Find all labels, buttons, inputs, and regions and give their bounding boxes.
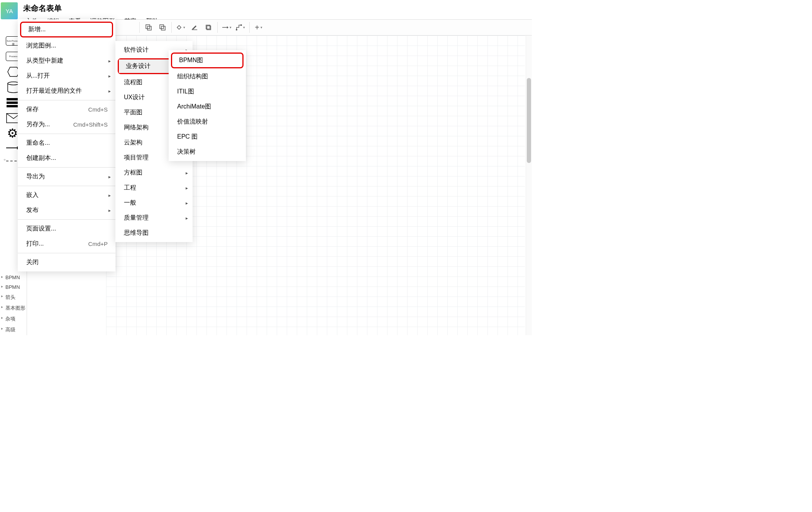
menu-create-copy[interactable]: 创建副本...: [18, 151, 115, 166]
submenu-block[interactable]: 方框图: [115, 165, 193, 180]
submenu-org-chart[interactable]: 组织结构图: [169, 69, 246, 84]
svg-rect-4: [192, 29, 197, 30]
menu-save-as[interactable]: 另存为...Cmd+Shift+S: [18, 117, 115, 132]
menu-browse-legends[interactable]: 浏览图例...: [18, 38, 115, 53]
svg-rect-0: [146, 25, 150, 29]
submenu-general[interactable]: 一般: [115, 195, 193, 210]
svg-rect-2: [161, 26, 165, 30]
svg-point-11: [8, 82, 19, 85]
highlight-new: 新增...: [20, 22, 113, 37]
toolbar: +: [106, 19, 532, 36]
submenu-archimate[interactable]: ArchiMate图: [169, 99, 246, 114]
svg-rect-3: [160, 25, 164, 29]
menu-rename[interactable]: 重命名...: [18, 136, 115, 151]
menu-export-as[interactable]: 导出为: [18, 169, 115, 184]
category-basic[interactable]: 基本图形: [0, 303, 27, 314]
menu-separator: [18, 186, 115, 186]
menu-new[interactable]: 新增...: [21, 23, 112, 36]
menu-print[interactable]: 打印...Cmd+P: [18, 236, 115, 251]
svg-point-8: [236, 29, 237, 31]
submenu-mindmap[interactable]: 思维导图: [115, 225, 193, 241]
toolbar-line-color[interactable]: [188, 21, 201, 34]
svg-marker-10: [8, 67, 19, 76]
file-menu: 新增... 浏览图例... 从类型中新建 从...打开 打开最近使用的文件 保存…: [18, 19, 115, 271]
submenu-itil[interactable]: ITIL图: [169, 84, 246, 99]
document-title[interactable]: 未命名表单: [21, 2, 163, 15]
toolbar-separator: [249, 22, 250, 33]
scrollbar-thumb[interactable]: [527, 78, 531, 163]
menu-separator: [18, 100, 115, 100]
sidebar-categories: BPMN BPMN 箭头 基本图形 杂项 高级: [0, 273, 27, 335]
toolbar-separator: [171, 22, 172, 33]
menu-publish[interactable]: 发布: [18, 203, 115, 218]
menu-separator: [18, 253, 115, 253]
toolbar-fill-color[interactable]: [174, 21, 187, 34]
menu-separator: [18, 219, 115, 220]
category-bpmn[interactable]: BPMN: [0, 273, 27, 282]
submenu-epc[interactable]: EPC 图: [169, 129, 246, 144]
menu-separator: [18, 134, 115, 134]
menu-separator: [18, 167, 115, 168]
submenu-value-stream[interactable]: 价值流映射: [169, 114, 246, 129]
submenu-decision-tree[interactable]: 决策树: [169, 144, 246, 159]
svg-point-9: [240, 24, 242, 26]
toolbar-to-back[interactable]: [156, 21, 169, 34]
toolbar-insert[interactable]: +: [252, 21, 265, 34]
toolbar-separator: [217, 22, 218, 33]
svg-rect-1: [147, 26, 151, 30]
submenu-quality[interactable]: 质量管理: [115, 210, 193, 225]
business-submenu: BPMN图 组织结构图 ITIL图 ArchiMate图 价值流映射 EPC 图…: [169, 50, 246, 161]
toolbar-connection[interactable]: [220, 21, 233, 34]
menu-new-from-type[interactable]: 从类型中新建: [18, 53, 115, 68]
toolbar-waypoints[interactable]: [234, 21, 247, 34]
menu-close[interactable]: 关闭: [18, 255, 115, 270]
menu-embed[interactable]: 嵌入: [18, 188, 115, 203]
highlight-bpmn: BPMN图: [171, 53, 244, 68]
toolbar-to-front[interactable]: [142, 21, 155, 34]
avatar[interactable]: YA: [1, 2, 18, 19]
category-misc[interactable]: 杂项: [0, 314, 27, 324]
toolbar-separator: [139, 22, 140, 33]
menu-open-from[interactable]: 从...打开: [18, 68, 115, 83]
vertical-scrollbar[interactable]: [526, 36, 532, 335]
menu-open-recent[interactable]: 打开最近使用的文件: [18, 83, 115, 98]
category-arrows[interactable]: 箭头: [0, 292, 27, 303]
menu-save[interactable]: 保存Cmd+S: [18, 102, 115, 117]
category-advanced[interactable]: 高级: [0, 324, 27, 335]
category-bpmn2[interactable]: BPMN: [0, 282, 27, 292]
submenu-bpmn-diagram[interactable]: BPMN图: [172, 54, 242, 67]
submenu-engineering[interactable]: 工程: [115, 180, 193, 195]
menu-page-setup[interactable]: 页面设置...: [18, 221, 115, 236]
toolbar-shadow[interactable]: [202, 21, 215, 34]
